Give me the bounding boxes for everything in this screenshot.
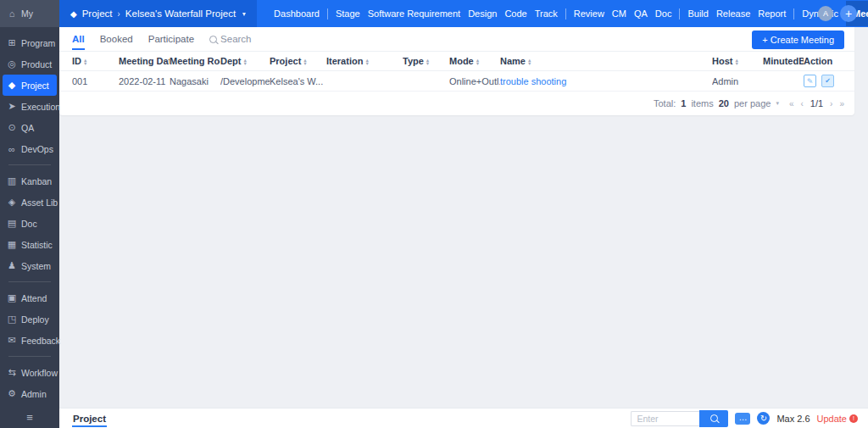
- create-meeting-button[interactable]: + Create Meeting: [752, 31, 844, 49]
- product-icon: ◎: [7, 58, 17, 69]
- col-dept[interactable]: Dept: [220, 56, 270, 66]
- nav-divider: [565, 8, 566, 19]
- sidebar-divider: [8, 164, 51, 165]
- tab-booked[interactable]: Booked: [100, 27, 133, 51]
- search-toggle[interactable]: Search: [209, 34, 251, 44]
- nav-cm[interactable]: CM: [612, 8, 626, 19]
- nav-divider: [327, 8, 328, 19]
- breadcrumb-current-project[interactable]: Kelsea's Waterfall Project: [125, 8, 236, 19]
- footer-tab-project[interactable]: Project: [72, 412, 107, 425]
- breadcrumb-app[interactable]: Project: [82, 8, 113, 19]
- last-page-icon[interactable]: »: [839, 99, 844, 108]
- nav-release[interactable]: Release: [716, 8, 750, 19]
- sidebar-item-kanban[interactable]: ▥ Kanban: [0, 170, 59, 192]
- nav-code[interactable]: Code: [504, 8, 526, 19]
- tab-all[interactable]: All: [72, 27, 85, 51]
- footer-search-input[interactable]: [631, 411, 699, 426]
- sidebar-item-system[interactable]: ♟ System: [0, 255, 59, 276]
- sidebar: ⌂ My ⊞ Program ◎ Product ◆ Project ➤ Exe…: [0, 0, 59, 428]
- footer-search-button[interactable]: [699, 410, 728, 427]
- col-label: MinutedBy: [763, 56, 804, 66]
- col-mode[interactable]: Mode: [449, 56, 500, 66]
- breadcrumb-separator: ›: [118, 9, 120, 19]
- col-name[interactable]: Name: [500, 56, 712, 66]
- sort-icon[interactable]: [303, 58, 307, 65]
- pagination-bar: Total:1 items 20 per page ▾ « ‹ 1/1 › »: [59, 92, 854, 115]
- footer-bar: Project … ↻ Max 2.6 Update !: [59, 408, 868, 428]
- topbar-right: A +: [818, 5, 868, 22]
- admin-icon: ⚙: [7, 388, 17, 399]
- col-project[interactable]: Project: [270, 56, 326, 66]
- avatar[interactable]: A: [818, 6, 833, 21]
- sidebar-item-attend[interactable]: ▣ Attend: [0, 287, 59, 308]
- search-icon: [710, 414, 718, 422]
- sort-icon[interactable]: [476, 58, 480, 65]
- chevron-down-icon[interactable]: ▾: [776, 100, 779, 107]
- sidebar-item-feedback[interactable]: ✉ Feedback: [0, 330, 59, 351]
- sort-icon[interactable]: [83, 58, 87, 65]
- sidebar-item-workflow[interactable]: ⇆ Workflow: [0, 362, 59, 383]
- sidebar-item-deploy[interactable]: ◳ Deploy: [0, 308, 59, 330]
- nav-software-requirement[interactable]: Software Requirement: [368, 8, 460, 19]
- global-add-button[interactable]: +: [840, 5, 857, 22]
- edit-icon[interactable]: [804, 75, 816, 87]
- home-icon: ⌂: [7, 8, 17, 19]
- col-iteration[interactable]: Iteration: [326, 56, 403, 66]
- col-host[interactable]: Host: [712, 56, 763, 66]
- sidebar-item-label: Doc: [21, 219, 37, 229]
- sidebar-collapse-icon[interactable]: ≡: [0, 411, 59, 424]
- nav-design[interactable]: Design: [468, 8, 497, 19]
- sidebar-item-devops[interactable]: ∞ DevOps: [0, 138, 59, 159]
- tab-participate[interactable]: Participate: [148, 27, 194, 51]
- sidebar-item-label: Workflow: [21, 368, 58, 378]
- sidebar-item-asset-lib[interactable]: ◈ Asset Lib: [0, 192, 59, 213]
- sidebar-item-label: System: [21, 261, 51, 271]
- nav-qa[interactable]: QA: [634, 8, 648, 19]
- sort-icon[interactable]: [734, 58, 738, 65]
- prev-page-icon[interactable]: ‹: [800, 99, 803, 108]
- col-type[interactable]: Type: [403, 56, 449, 66]
- nav-dashboard[interactable]: Dashboard: [274, 8, 320, 19]
- sidebar-item-admin[interactable]: ⚙ Admin: [0, 383, 59, 404]
- attend-icon: ▣: [7, 292, 17, 303]
- footer-right: … ↻ Max 2.6 Update !: [631, 410, 858, 427]
- cell-meeting-date: 2022-02-11: [119, 76, 170, 86]
- col-meeting-date[interactable]: Meeting Date: [119, 56, 170, 66]
- minutes-check-icon[interactable]: [821, 75, 834, 87]
- update-label: Update: [817, 414, 847, 424]
- cell-mode: Online+Outl...: [449, 76, 500, 86]
- sidebar-item-qa[interactable]: ⊙ QA: [0, 117, 59, 138]
- nav-track[interactable]: Track: [535, 8, 558, 19]
- sort-icon[interactable]: [242, 58, 247, 65]
- sidebar-divider: [8, 356, 51, 357]
- meeting-name-link[interactable]: trouble shooting: [500, 76, 566, 86]
- sidebar-item-product[interactable]: ◎ Product: [0, 53, 59, 75]
- next-page-icon[interactable]: ›: [830, 99, 832, 108]
- sidebar-item-project[interactable]: ◆ Project: [3, 75, 57, 96]
- sidebar-divider: [8, 281, 51, 282]
- feedback-icon: ✉: [7, 335, 17, 346]
- sidebar-item-doc[interactable]: ▤ Doc: [0, 213, 59, 234]
- sidebar-item-statistic[interactable]: ▦ Statistic: [0, 234, 59, 255]
- update-link[interactable]: Update !: [817, 414, 858, 424]
- col-id[interactable]: ID: [72, 56, 119, 66]
- sidebar-item-my[interactable]: ⌂ My: [0, 0, 59, 27]
- chat-icon[interactable]: …: [735, 413, 750, 425]
- nav-build[interactable]: Build: [687, 8, 708, 19]
- sidebar-item-program[interactable]: ⊞ Program: [0, 32, 59, 53]
- first-page-icon[interactable]: «: [789, 99, 794, 108]
- sort-icon[interactable]: [364, 58, 369, 65]
- sidebar-item-label: Asset Lib: [21, 197, 58, 208]
- sort-icon[interactable]: [426, 58, 430, 65]
- breadcrumb[interactable]: ◆ Project › Kelsea's Waterfall Project ▾: [59, 0, 257, 27]
- nav-review[interactable]: Review: [574, 8, 604, 19]
- table-header: ID Meeting Date Meeting Room Dept Projec…: [59, 51, 854, 71]
- page-indicator: 1/1: [810, 98, 823, 108]
- search-label: Search: [220, 34, 251, 44]
- nav-stage[interactable]: Stage: [336, 8, 360, 19]
- sidebar-item-execution[interactable]: ➤ Execution: [0, 96, 59, 117]
- sort-icon[interactable]: [527, 58, 531, 65]
- nav-doc[interactable]: Doc: [655, 8, 672, 19]
- sidebar-item-label: Program: [21, 38, 55, 48]
- nav-report[interactable]: Report: [758, 8, 786, 19]
